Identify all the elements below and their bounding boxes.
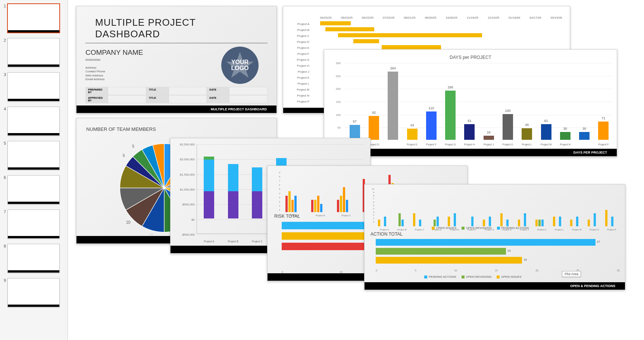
slide-thumbnail-1[interactable] (7, 4, 60, 33)
svg-text:10: 10 (126, 220, 131, 224)
slide-thumbnail-7[interactable] (7, 210, 60, 239)
slide-thumbnail-8[interactable] (7, 244, 60, 273)
days-bar: 92Project D (369, 116, 379, 140)
days-bar: 264 (388, 72, 398, 140)
days-bar: 43Project E (407, 129, 418, 140)
days-bar: 61Project M (541, 124, 551, 140)
days-bar: 71Project P (598, 122, 609, 140)
slide-thumbnail-panel[interactable]: 123456789 (0, 0, 68, 340)
gantt-row: Project B (283, 27, 570, 33)
days-bar: 45Project L (522, 128, 532, 140)
logo-placeholder: YOURLOGO (221, 47, 259, 84)
days-bar: 190Project G (445, 91, 456, 140)
slide-thumbnail-2[interactable] (7, 38, 60, 67)
svg-text:5: 5 (132, 144, 134, 148)
risk-total-title: RISK TOTAL (274, 214, 300, 219)
gantt-date-axis: 04/23/2505/23/2506/22/2507/22/2508/21/25… (283, 6, 570, 21)
gantt-row: Project D (283, 39, 570, 45)
days-bar-plot: 57Project C92Project D26443Project E110P… (345, 63, 612, 140)
slide-thumbnail-3[interactable] (7, 72, 60, 101)
actions-legend-bottom: PENDING ACTIONS OPEN REVISIONS OPEN ISSU… (424, 275, 522, 278)
chart-title: NUMBER OF TEAM MEMBERS (76, 118, 276, 132)
chart-title: DAYS per PROJECT (324, 50, 617, 62)
days-bar: 100Project K (503, 114, 513, 140)
slide-thumbnail-5[interactable] (7, 141, 60, 170)
slide-canvas: MULTIPLE PROJECT DASHBOARD COMPANY NAME … (68, 0, 644, 340)
days-bar: 30 (579, 132, 590, 140)
plot-area-tooltip[interactable]: Plot Area (562, 271, 581, 277)
days-bar: 30Project N (560, 132, 570, 140)
action-total-bars: 271618 (376, 239, 620, 267)
svg-text:10: 10 (149, 234, 153, 234)
dashboard-title: MULTIPLE PROJECT DASHBOARD (85, 6, 268, 43)
card-footer: OPEN & PENDING ACTIONS (365, 282, 625, 290)
signature-table: PREPARED BY TITLE DATE APPROVED BY TITLE… (76, 87, 276, 103)
days-bar: 16Project J (484, 136, 494, 140)
actions-legend-top: OPEN ISSUES OPEN REVISIONS PENDING ACTIO… (432, 226, 529, 230)
gantt-row: Project C (283, 33, 570, 39)
slide-thumbnail-6[interactable] (7, 175, 60, 204)
actions-grouped-bars: 012345678910Project AProject BProject CP… (376, 189, 620, 226)
days-bar: 110Project F (426, 111, 437, 140)
slide-thumbnail-9[interactable] (7, 278, 60, 307)
days-bar: 61Project H (464, 124, 475, 140)
actions-chart-card: 012345678910Project AProject BProject CP… (364, 184, 625, 290)
svg-text:5: 5 (144, 141, 146, 142)
gantt-row: Project A (283, 21, 570, 27)
slide-title-card: MULTIPLE PROJECT DASHBOARD COMPANY NAME … (76, 6, 277, 113)
card-footer: MULTIPLE PROJECT DASHBOARD (76, 106, 276, 113)
action-total-title: ACTION TOTAL (371, 232, 403, 237)
slide-thumbnail-4[interactable] (7, 107, 60, 136)
svg-text:5: 5 (123, 154, 125, 158)
